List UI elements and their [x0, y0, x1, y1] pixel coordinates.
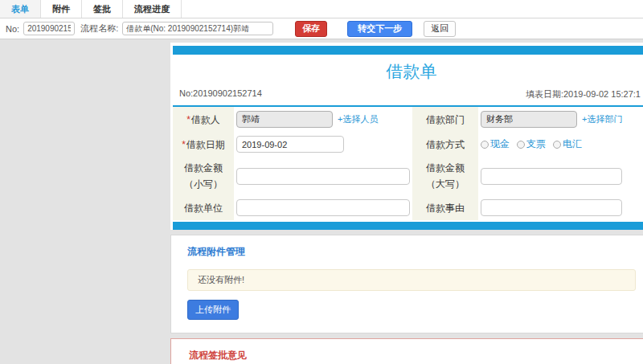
doc-number: No:20190902152714	[179, 88, 262, 100]
select-department-link[interactable]: +选择部门	[582, 113, 622, 125]
borrower-input[interactable]	[236, 111, 333, 128]
doc-meta-row: No:20190902152714 填表日期:2019-09-02 15:27:…	[173, 87, 643, 105]
amount-upper-label-text: 借款金额（大写）	[419, 160, 472, 192]
method-label-text: 借款方式	[426, 137, 465, 153]
process-name-input[interactable]	[122, 22, 273, 35]
required-mark: *	[186, 112, 190, 128]
method-option-cheque-label: 支票	[526, 137, 546, 151]
loan-form-grid: * 借款人 +选择人员 借款部门 +选择部门 * 借款日期	[173, 107, 643, 220]
amount-upper-input[interactable]	[481, 168, 622, 185]
method-option-wire-label: 电汇	[563, 137, 582, 151]
action-toolbar: No: 流程名称: 保存 转交下一步 返回	[0, 18, 643, 39]
tab-bar: 表单 附件 签批 流程进度	[0, 0, 643, 18]
upload-attachment-button[interactable]: 上传附件	[187, 300, 239, 320]
main-content: 借款单 No:20190902152714 填表日期:2019-09-02 15…	[170, 43, 643, 364]
amount-upper-field	[478, 157, 643, 195]
required-mark: *	[182, 137, 186, 153]
borrower-label-text: 借款人	[191, 112, 220, 128]
attachments-panel: 流程附件管理 还没有附件! 上传附件	[170, 235, 643, 333]
reason-input[interactable]	[481, 199, 622, 216]
borrow-unit-label-text: 借款单位	[184, 200, 223, 216]
reason-label-text: 借款事由	[426, 200, 465, 216]
tab-form[interactable]: 表单	[0, 0, 41, 18]
department-label: 借款部门	[412, 107, 478, 132]
method-option-cash-label: 现金	[490, 137, 510, 151]
reason-field	[478, 195, 643, 220]
method-field: 现金 支票 电汇	[478, 132, 643, 157]
amount-lower-field	[234, 157, 412, 195]
method-option-wire[interactable]: 电汇	[553, 137, 582, 151]
no-attachments-alert: 还没有附件!	[187, 269, 636, 291]
amount-lower-label-text: 借款金额（小写）	[179, 160, 227, 192]
amount-lower-input[interactable]	[236, 168, 410, 185]
bottom-accent-bar	[173, 222, 643, 230]
fill-date: 填表日期:2019-09-02 15:27:1	[526, 88, 641, 100]
radio-icon[interactable]	[553, 141, 561, 149]
department-input[interactable]	[481, 111, 577, 128]
back-button[interactable]: 返回	[424, 21, 456, 37]
department-label-text: 借款部门	[426, 112, 465, 128]
save-button[interactable]: 保存	[295, 21, 327, 37]
reason-label: 借款事由	[412, 195, 478, 220]
borrow-unit-label: 借款单位	[173, 195, 234, 220]
loan-form-panel: 借款单 No:20190902152714 填表日期:2019-09-02 15…	[170, 43, 643, 230]
attachments-heading: 流程附件管理	[187, 245, 636, 259]
method-option-cheque[interactable]: 支票	[517, 137, 546, 151]
tab-signoff[interactable]: 签批	[82, 0, 123, 18]
borrow-unit-field	[234, 195, 412, 220]
top-accent-bar	[173, 46, 643, 55]
forward-next-step-button[interactable]: 转交下一步	[347, 21, 412, 37]
radio-icon[interactable]	[481, 141, 489, 149]
borrow-date-label: * 借款日期	[173, 132, 234, 157]
radio-icon[interactable]	[517, 141, 525, 149]
borrower-field: +选择人员	[234, 107, 412, 132]
department-field: +选择部门	[478, 107, 643, 132]
borrow-date-input[interactable]	[236, 136, 344, 153]
borrow-unit-input[interactable]	[236, 199, 410, 216]
process-name-label: 流程名称:	[80, 22, 118, 35]
signoff-panel: 流程签批意见 B I abc	[170, 338, 643, 364]
method-label: 借款方式	[412, 132, 478, 157]
amount-upper-label: 借款金额（大写）	[412, 157, 478, 195]
tab-process-progress[interactable]: 流程进度	[123, 0, 182, 18]
borrow-date-field	[234, 132, 412, 157]
tab-attachments[interactable]: 附件	[41, 0, 82, 18]
amount-lower-label: 借款金额（小写）	[173, 157, 234, 195]
signoff-heading: 流程签批意见	[189, 349, 634, 362]
no-label: No:	[6, 24, 19, 34]
select-person-link[interactable]: +选择人员	[338, 113, 378, 125]
borrower-label: * 借款人	[173, 107, 234, 132]
method-option-cash[interactable]: 现金	[481, 137, 510, 151]
no-input[interactable]	[23, 22, 75, 35]
borrow-date-label-text: 借款日期	[186, 137, 225, 153]
page-title: 借款单	[173, 55, 643, 87]
